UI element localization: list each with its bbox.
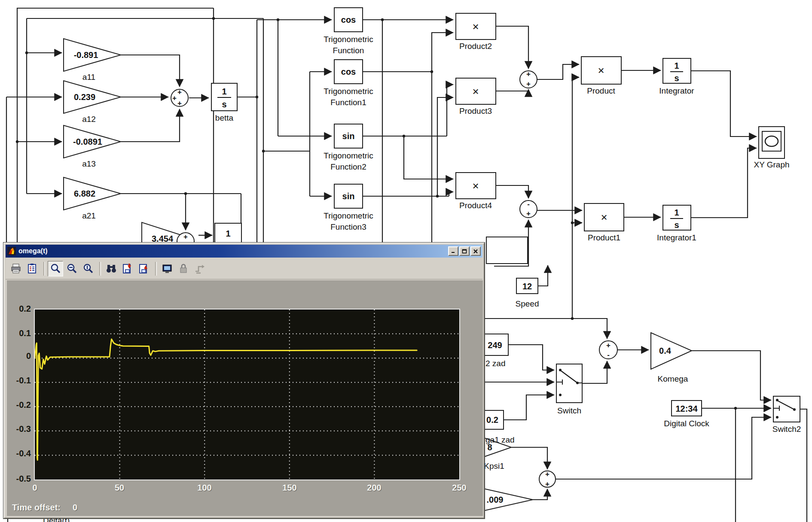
y-tick-label: 0.1 xyxy=(10,328,31,338)
svg-text:-0.0891: -0.0891 xyxy=(73,137,102,146)
simulink-model-canvas: -0.891 a11 0.239 a12 -0.0891 a13 6.882 a… xyxy=(0,0,812,522)
sum-speed[interactable]: + - xyxy=(599,341,617,359)
integrator[interactable]: 1 s Integrator xyxy=(659,58,694,95)
gain-a12[interactable]: 0.239 a12 xyxy=(64,81,121,124)
switch2-block[interactable]: Switch2 xyxy=(772,396,801,434)
x-tick-label: 150 xyxy=(276,483,303,493)
svg-text:1: 1 xyxy=(226,229,230,238)
svg-text:Switch2: Switch2 xyxy=(772,425,801,434)
svg-text:betta: betta xyxy=(215,113,234,122)
digital-clock-block[interactable]: 12:34 Digital Clock xyxy=(664,401,709,428)
x-tick-label: 50 xyxy=(106,483,133,493)
save-axes-button[interactable] xyxy=(120,261,135,276)
lock-axes-button[interactable] xyxy=(176,261,191,276)
svg-text:Product2: Product2 xyxy=(459,42,492,51)
svg-text:-0.891: -0.891 xyxy=(74,50,98,60)
svg-text:0.239: 0.239 xyxy=(74,92,95,102)
zoom-button[interactable] xyxy=(48,261,63,276)
product4-block[interactable]: × Product4 xyxy=(456,173,496,210)
x-tick-label: 100 xyxy=(191,483,218,493)
close-button[interactable] xyxy=(470,246,481,256)
product-block[interactable]: × Product xyxy=(581,57,621,95)
svg-text:2 zad: 2 zad xyxy=(485,359,505,368)
svg-text:Product3: Product3 xyxy=(459,106,492,115)
svg-text:1: 1 xyxy=(674,61,679,70)
scope-titlebar[interactable]: omega(t) xyxy=(6,245,482,258)
y-tick-label: -0.1 xyxy=(10,376,31,385)
zoom-x-button[interactable] xyxy=(64,261,79,276)
lock-icon xyxy=(177,263,189,275)
time-offset-value: 0 xyxy=(73,503,77,512)
print-button[interactable] xyxy=(8,261,24,276)
svg-text:Product1: Product1 xyxy=(588,233,620,242)
sum-right1[interactable]: + + xyxy=(520,70,537,88)
minimize-button[interactable] xyxy=(448,246,458,256)
svg-text:ga1 zad: ga1 zad xyxy=(485,435,515,444)
zoom-y-button[interactable] xyxy=(80,261,96,276)
switch-block[interactable]: Switch xyxy=(556,364,582,415)
sum-psi[interactable]: + + xyxy=(539,470,556,488)
svg-text:+: + xyxy=(545,470,549,478)
svg-text:+: + xyxy=(177,88,182,96)
autoscale-button[interactable] xyxy=(104,261,119,276)
svg-text:XY Graph: XY Graph xyxy=(754,160,789,169)
toolbar-separator xyxy=(43,262,45,276)
constant-one-partial[interactable]: 1 xyxy=(215,223,241,243)
y-tick-label: 0 xyxy=(10,351,31,361)
product2-block[interactable]: × Product2 xyxy=(456,13,496,51)
trig-function3[interactable]: sin Trigonometric Function3 xyxy=(324,184,373,231)
constant-speed[interactable]: 12 Speed xyxy=(516,278,539,308)
restore-axes-icon xyxy=(138,263,150,275)
product3-block[interactable]: × Product3 xyxy=(456,78,496,115)
integrator1[interactable]: 1 s Integrator1 xyxy=(657,205,696,242)
svg-text:+: + xyxy=(177,99,182,107)
trig-function[interactable]: cos Trigonometric Function xyxy=(324,8,373,55)
y-tick-label: -0.4 xyxy=(10,449,31,458)
svg-text:0.4: 0.4 xyxy=(659,346,672,355)
gain-a13[interactable]: -0.0891 a13 xyxy=(64,125,121,168)
print-icon xyxy=(10,263,22,275)
svg-text:×: × xyxy=(472,20,479,33)
signal-selection-icon xyxy=(194,263,206,275)
minimize-icon xyxy=(451,249,456,253)
svg-text:Switch: Switch xyxy=(557,406,581,415)
trig-function2[interactable]: sin Trigonometric Function2 xyxy=(324,124,373,171)
svg-text:cos: cos xyxy=(341,67,356,76)
y-tick-label: 0.2 xyxy=(10,304,31,313)
zoom-x-icon xyxy=(66,263,78,275)
product1-block[interactable]: × Product1 xyxy=(584,203,624,242)
svg-text:Trigonometric: Trigonometric xyxy=(324,151,373,160)
svg-text:1: 1 xyxy=(222,87,226,96)
maximize-icon xyxy=(462,249,467,254)
y-tick-label: -0.5 xyxy=(10,474,31,483)
signal-selection-button[interactable] xyxy=(192,261,208,276)
maximize-button[interactable] xyxy=(459,246,470,256)
svg-text:+: + xyxy=(526,209,531,218)
parameters-button[interactable] xyxy=(24,261,40,276)
xy-graph-block[interactable]: XY Graph xyxy=(754,127,789,169)
binoculars-icon xyxy=(105,263,117,275)
integrator-betta[interactable]: 1 s betta xyxy=(211,83,237,122)
zoom-y-icon xyxy=(82,263,94,275)
scope-figure: 0.2 0.1 0 -0.1 -0.2 -0.3 -0.4 -0.5 0 50 … xyxy=(7,280,483,516)
svg-text:a21: a21 xyxy=(82,211,96,220)
gain-a11[interactable]: -0.891 a11 xyxy=(64,39,121,82)
restore-axes-button[interactable] xyxy=(136,261,152,276)
svg-text:+: + xyxy=(606,341,611,349)
gain-a21[interactable]: 6.882 a21 xyxy=(64,177,121,220)
sum-right2[interactable]: - + xyxy=(520,200,537,218)
svg-text:Function3: Function3 xyxy=(330,222,366,231)
toolbar-separator xyxy=(155,262,157,276)
trig-function1[interactable]: cos Trigonometric Function1 xyxy=(324,60,373,107)
svg-text:s: s xyxy=(674,220,679,230)
svg-text:.009: .009 xyxy=(487,495,504,504)
sum-main[interactable]: + + + xyxy=(171,88,188,107)
scope-plot-area[interactable] xyxy=(34,309,460,480)
floating-scope-button[interactable] xyxy=(159,261,175,276)
svg-text:a11: a11 xyxy=(82,73,95,82)
matlab-icon xyxy=(7,247,16,255)
svg-text:×: × xyxy=(601,211,607,224)
partial-box[interactable] xyxy=(486,237,528,264)
gain-komega[interactable]: 0.4 Komega xyxy=(651,333,692,383)
svg-text:12: 12 xyxy=(522,282,532,291)
